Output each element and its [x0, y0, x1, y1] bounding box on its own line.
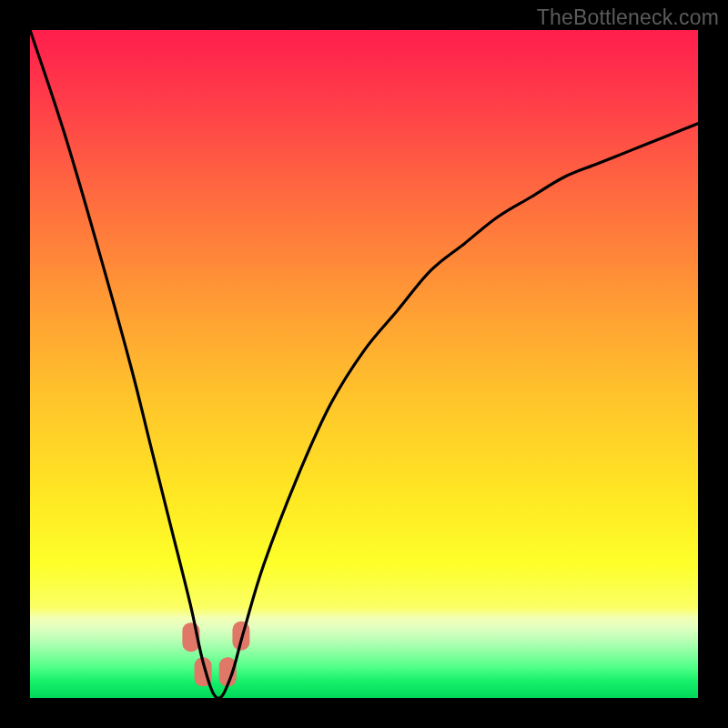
chart-frame: TheBottleneck.com: [0, 0, 728, 728]
bottleneck-curve: [30, 30, 698, 698]
curve-layer: [30, 30, 698, 698]
watermark-text: TheBottleneck.com: [537, 5, 719, 30]
plot-area: [30, 30, 698, 698]
